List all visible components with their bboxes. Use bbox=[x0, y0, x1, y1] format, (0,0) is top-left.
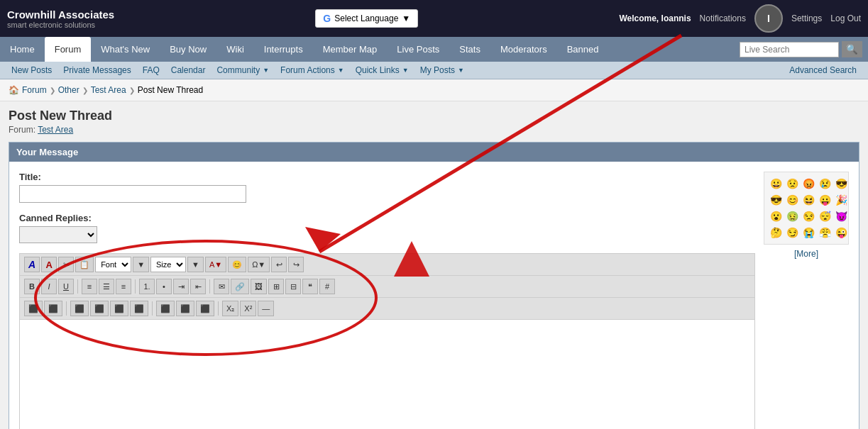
toolbar-email[interactable]: ✉ bbox=[214, 279, 229, 294]
forum-name-link[interactable]: Test Area bbox=[38, 125, 73, 135]
page-content: Post New Thread Forum: Test Area Your Me… bbox=[0, 101, 868, 429]
settings-link[interactable]: Settings bbox=[791, 13, 822, 23]
title-input[interactable] bbox=[19, 185, 246, 203]
toolbar-indent[interactable]: ⇥ bbox=[173, 279, 189, 294]
nav-live-posts[interactable]: Live Posts bbox=[387, 37, 449, 62]
toolbar-outdent[interactable]: ⇤ bbox=[190, 279, 206, 294]
toolbar-unordered-list[interactable]: • bbox=[156, 279, 172, 294]
toolbar-r3[interactable]: ⬛ bbox=[70, 301, 89, 316]
more-emoticons-link[interactable]: [More] bbox=[764, 249, 849, 259]
toolbar-align-center[interactable]: ☰ bbox=[99, 279, 114, 294]
emote-11[interactable]: 😮 bbox=[769, 209, 783, 223]
emote-1[interactable]: 😀 bbox=[769, 177, 783, 191]
translate-button[interactable]: G Select Language ▼ bbox=[315, 9, 418, 28]
emote-9[interactable]: 😛 bbox=[818, 193, 832, 207]
sub-nav-private-messages[interactable]: Private Messages bbox=[57, 62, 136, 79]
toolbar-underline[interactable]: U bbox=[58, 279, 74, 294]
emote-15[interactable]: 😈 bbox=[834, 209, 848, 223]
sub-nav-quick-links[interactable]: Quick Links ▼ bbox=[350, 62, 414, 79]
nav-home[interactable]: Home bbox=[0, 37, 45, 62]
toolbar-hash[interactable]: # bbox=[319, 279, 335, 294]
toolbar-table[interactable]: ⊞ bbox=[268, 279, 284, 294]
toolbar-subscript[interactable]: X₂ bbox=[222, 301, 238, 316]
breadcrumb-test-area[interactable]: Test Area bbox=[91, 85, 126, 95]
notifications-label[interactable]: Notifications bbox=[700, 13, 746, 23]
nav-stats[interactable]: Stats bbox=[449, 37, 490, 62]
sub-nav-new-posts[interactable]: New Posts bbox=[6, 62, 57, 79]
emote-20[interactable]: 😜 bbox=[834, 225, 848, 240]
toolbar-r4[interactable]: ⬛ bbox=[90, 301, 109, 316]
toolbar-font-color[interactable]: A▼ bbox=[205, 257, 226, 272]
toolbar-quote[interactable]: ❝ bbox=[302, 279, 318, 294]
toolbar-clearformat[interactable]: — bbox=[258, 301, 274, 316]
toolbar-font-dropdown[interactable]: ▼ bbox=[133, 257, 149, 272]
toolbar-undo[interactable]: ↩ bbox=[271, 257, 287, 272]
toolbar-cut[interactable]: ✂ bbox=[58, 257, 74, 272]
emote-18[interactable]: 😭 bbox=[801, 225, 815, 240]
nav-interrupts[interactable]: Interrupts bbox=[254, 37, 313, 62]
sub-nav-community[interactable]: Community ▼ bbox=[211, 62, 275, 79]
nav-banned[interactable]: Banned bbox=[557, 37, 609, 62]
advanced-search-link[interactable]: Advanced Search bbox=[784, 62, 862, 79]
search-input[interactable] bbox=[740, 42, 839, 57]
nav-forum[interactable]: Forum bbox=[45, 37, 92, 62]
emote-4[interactable]: 😢 bbox=[818, 177, 832, 191]
toolbar-font-select[interactable]: Font bbox=[95, 257, 131, 272]
sub-nav-faq[interactable]: FAQ bbox=[137, 62, 165, 79]
toolbar-smiley[interactable]: 😊 bbox=[228, 257, 246, 272]
toolbar-superscript[interactable]: X² bbox=[240, 301, 256, 316]
toolbar-r1[interactable]: ⬛ bbox=[24, 301, 43, 316]
toolbar-ordered-list[interactable]: 1. bbox=[139, 279, 155, 294]
toolbar-r5[interactable]: ⬛ bbox=[110, 301, 128, 316]
sub-nav-calendar[interactable]: Calendar bbox=[165, 62, 211, 79]
emote-10[interactable]: 🎉 bbox=[834, 193, 848, 207]
search-button[interactable]: 🔍 bbox=[842, 41, 862, 57]
sub-nav-my-posts[interactable]: My Posts ▼ bbox=[414, 62, 470, 79]
nav-whats-new[interactable]: What's New bbox=[91, 37, 160, 62]
nav-wiki[interactable]: Wiki bbox=[216, 37, 254, 62]
emote-6[interactable]: 😎 bbox=[769, 193, 783, 207]
emote-3[interactable]: 😡 bbox=[801, 177, 815, 191]
toolbar-italic[interactable]: I bbox=[41, 279, 57, 294]
page-title: Post New Thread bbox=[9, 108, 859, 123]
avatar[interactable]: I bbox=[754, 4, 783, 33]
toolbar-special-char[interactable]: Ω▼ bbox=[248, 257, 270, 272]
toolbar-style-a2[interactable]: A bbox=[41, 257, 57, 272]
toolbar-bold[interactable]: B bbox=[24, 279, 40, 294]
toolbar-align-right[interactable]: ≡ bbox=[116, 279, 131, 294]
emote-13[interactable]: 😒 bbox=[801, 209, 815, 223]
toolbar-size-select[interactable]: Size bbox=[150, 257, 186, 272]
emote-16[interactable]: 🤔 bbox=[769, 225, 783, 240]
toolbar-redo[interactable]: ↪ bbox=[288, 257, 304, 272]
message-editor[interactable] bbox=[20, 320, 754, 429]
site-branding: Crownhill Associates smart electronic so… bbox=[7, 9, 114, 29]
toolbar-image[interactable]: 🖼 bbox=[251, 279, 267, 294]
toolbar-style-a1[interactable]: A bbox=[24, 257, 40, 272]
canned-replies-select[interactable] bbox=[19, 226, 97, 243]
breadcrumb-forum[interactable]: Forum bbox=[22, 85, 47, 95]
emote-19[interactable]: 😤 bbox=[818, 225, 832, 240]
emote-5[interactable]: 😎 bbox=[834, 177, 848, 191]
nav-buy-now[interactable]: Buy Now bbox=[160, 37, 216, 62]
logout-link[interactable]: Log Out bbox=[830, 13, 861, 23]
toolbar-r8[interactable]: ⬛ bbox=[176, 301, 194, 316]
nav-member-map[interactable]: Member Map bbox=[313, 37, 388, 62]
toolbar-size-dropdown[interactable]: ▼ bbox=[187, 257, 204, 272]
breadcrumb-other[interactable]: Other bbox=[58, 85, 79, 95]
toolbar-r6[interactable]: ⬛ bbox=[130, 301, 148, 316]
sub-nav-forum-actions[interactable]: Forum Actions ▼ bbox=[275, 62, 350, 79]
emote-2[interactable]: 😟 bbox=[785, 177, 799, 191]
toolbar-r9[interactable]: ⬛ bbox=[196, 301, 214, 316]
emote-8[interactable]: 😆 bbox=[801, 193, 815, 207]
toolbar-table2[interactable]: ⊟ bbox=[285, 279, 301, 294]
toolbar-r2[interactable]: ⬛ bbox=[44, 301, 62, 316]
emote-7[interactable]: 😊 bbox=[785, 193, 799, 207]
toolbar-align-left[interactable]: ≡ bbox=[82, 279, 97, 294]
nav-moderators[interactable]: Moderators bbox=[490, 37, 557, 62]
toolbar-r7[interactable]: ⬛ bbox=[156, 301, 175, 316]
emote-12[interactable]: 🤢 bbox=[785, 209, 799, 223]
emote-17[interactable]: 😏 bbox=[785, 225, 799, 240]
emote-14[interactable]: 😴 bbox=[818, 209, 832, 223]
toolbar-link[interactable]: 🔗 bbox=[231, 279, 249, 294]
toolbar-copy[interactable]: 📋 bbox=[75, 257, 94, 272]
